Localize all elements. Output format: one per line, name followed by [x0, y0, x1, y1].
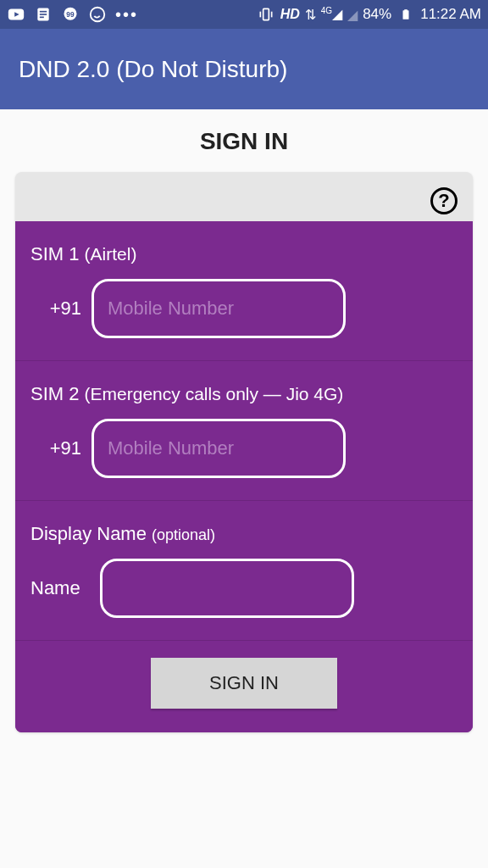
network-type: 4G◢	[321, 6, 342, 22]
svg-rect-12	[404, 9, 408, 11]
whatsapp-icon	[88, 5, 107, 24]
sim2-mobile-input[interactable]	[108, 437, 330, 459]
status-bar: 99 ••• HD ⇅ 4G◢ ◢ 84% 11:22 AM	[0, 0, 488, 29]
display-name-hint: (optional)	[152, 526, 215, 543]
svg-rect-11	[403, 10, 409, 19]
form-body: SIM 1 (Airtel) +91 SIM 2 (Emergency call…	[15, 221, 473, 732]
sim1-section: SIM 1 (Airtel) +91	[15, 221, 473, 361]
sim1-mobile-input[interactable]	[108, 298, 330, 320]
battery-percentage: 84%	[363, 6, 391, 23]
sim2-name: SIM 2	[30, 383, 79, 404]
vibrate-icon	[257, 5, 275, 24]
app-bar: DND 2.0 (Do Not Disturb)	[0, 29, 488, 109]
sim2-input-wrap	[92, 419, 346, 478]
clock: 11:22 AM	[420, 6, 481, 23]
page-heading: SIGN IN	[15, 128, 473, 155]
svg-rect-3	[40, 14, 47, 15]
signin-button[interactable]: SIGN IN	[151, 658, 337, 709]
app-title: DND 2.0 (Do Not Disturb)	[19, 56, 287, 83]
sim1-label: SIM 1 (Airtel)	[30, 243, 458, 265]
hangouts-icon: 99	[61, 5, 80, 24]
name-input-wrap	[100, 559, 354, 618]
name-field-label: Name	[30, 577, 90, 599]
sim1-prefix: +91	[30, 298, 81, 320]
svg-rect-8	[263, 8, 269, 19]
sim1-name: SIM 1	[30, 243, 79, 264]
svg-rect-4	[40, 17, 44, 19]
button-row: SIGN IN	[15, 641, 473, 732]
sim2-label: SIM 2 (Emergency calls only — Jio 4G)	[30, 383, 458, 405]
svg-text:99: 99	[66, 10, 75, 19]
signin-card: ? SIM 1 (Airtel) +91 SIM 2 (Emergenc	[15, 172, 473, 732]
svg-rect-2	[40, 11, 47, 13]
data-arrows-icon: ⇅	[305, 7, 316, 23]
sim2-section: SIM 2 (Emergency calls only — Jio 4G) +9…	[15, 361, 473, 501]
display-name-section: Display Name (optional) Name	[15, 501, 473, 641]
help-button[interactable]: ?	[430, 187, 458, 214]
hd-indicator: HD	[280, 7, 300, 22]
doc-icon	[34, 5, 53, 24]
more-icon: •••	[115, 5, 138, 25]
name-input[interactable]	[116, 577, 338, 599]
display-name-label: Display Name (optional)	[30, 523, 458, 545]
svg-point-7	[91, 8, 105, 22]
sim2-carrier: (Emergency calls only — Jio 4G)	[85, 384, 344, 403]
display-name-text: Display Name	[30, 523, 147, 544]
youtube-icon	[7, 5, 25, 24]
card-header: ?	[15, 172, 473, 221]
battery-icon	[396, 5, 415, 24]
sim1-carrier: (Airtel)	[85, 244, 137, 264]
sim1-input-wrap	[92, 279, 346, 338]
sim2-prefix: +91	[30, 437, 81, 459]
signal-2-icon: ◢	[347, 7, 358, 23]
